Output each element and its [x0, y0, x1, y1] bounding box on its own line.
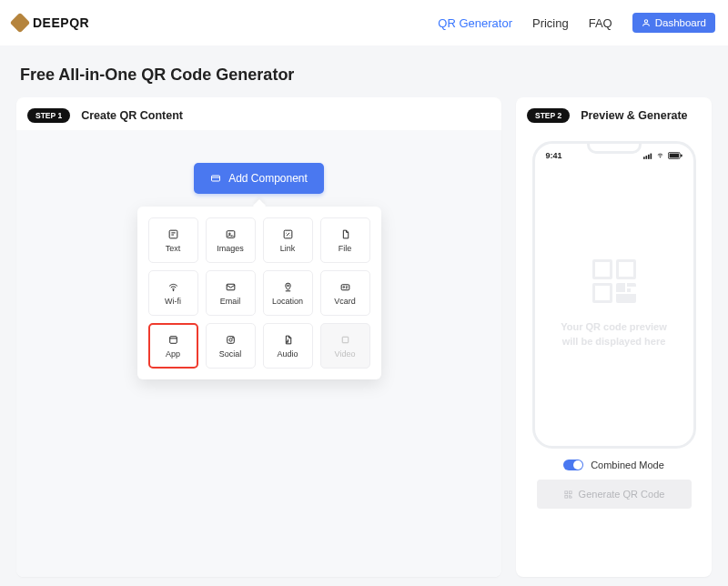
component-text-label: Text — [166, 244, 181, 253]
component-images[interactable]: Images — [206, 217, 256, 263]
brand-prefix: DEEP — [33, 15, 69, 30]
component-video-label: Video — [335, 349, 356, 359]
dashboard-button[interactable]: Dashboard — [632, 13, 715, 33]
svg-point-0 — [644, 20, 647, 23]
statusbar-icons — [643, 152, 682, 159]
panel-create-body: Add Component Text Images — [16, 130, 501, 577]
svg-rect-11 — [169, 336, 177, 343]
brand[interactable]: DEEPQR — [13, 15, 89, 30]
app-header: DEEPQR QR Generator Pricing FAQ Dashboar… — [0, 0, 728, 45]
add-component-button[interactable]: Add Component — [194, 163, 324, 194]
svg-rect-23 — [669, 154, 678, 158]
component-app-label: App — [166, 349, 180, 359]
location-icon — [282, 281, 294, 293]
component-video: Video — [320, 323, 370, 369]
panel-row: STEP 1 Create QR Content Add Component T… — [16, 97, 712, 577]
text-icon — [167, 228, 179, 240]
panel-create-title: Create QR Content — [81, 109, 183, 122]
svg-rect-9 — [341, 284, 349, 289]
link-icon — [282, 228, 294, 240]
statusbar-time: 9:41 — [546, 151, 562, 160]
component-wifi-label: Wi-fi — [165, 297, 181, 306]
svg-rect-26 — [569, 490, 571, 493]
component-vcard[interactable]: Vcard — [320, 270, 370, 316]
header-nav: QR Generator Pricing FAQ Dashboard — [438, 13, 715, 33]
panel-preview-body: 9:41 Your QR code previe — [516, 130, 712, 577]
audio-icon — [282, 334, 294, 346]
svg-rect-24 — [681, 154, 682, 157]
qr-preview-placeholder: Your QR code preview will be displayed h… — [535, 162, 693, 446]
component-vcard-label: Vcard — [334, 297, 356, 306]
qr-placeholder-icon — [592, 259, 636, 303]
component-audio[interactable]: Audio — [263, 323, 313, 369]
svg-point-15 — [287, 340, 288, 342]
qr-icon — [563, 490, 573, 500]
component-audio-label: Audio — [277, 349, 298, 359]
phone-notch — [587, 141, 642, 154]
svg-rect-16 — [342, 337, 349, 343]
svg-point-21 — [660, 157, 661, 157]
component-wifi[interactable]: Wi-fi — [148, 270, 198, 316]
svg-rect-18 — [645, 156, 647, 159]
email-icon — [225, 281, 237, 293]
nav-qr-generator[interactable]: QR Generator — [438, 16, 512, 30]
nav-pricing[interactable]: Pricing — [532, 16, 569, 30]
combined-mode-label: Combined Mode — [591, 460, 664, 470]
panel-create-head: STEP 1 Create QR Content — [16, 97, 501, 130]
phone-frame: 9:41 Your QR code previe — [532, 141, 696, 449]
component-picker: Text Images Link File — [137, 207, 381, 379]
wifi-icon — [167, 281, 179, 293]
step1-pill: STEP 1 — [27, 108, 70, 123]
component-grid: Text Images Link File — [148, 217, 370, 369]
svg-rect-25 — [564, 490, 567, 493]
component-images-label: Images — [217, 244, 244, 253]
social-icon — [225, 334, 237, 346]
component-location-label: Location — [272, 297, 303, 306]
svg-rect-2 — [169, 230, 177, 238]
step2-pill: STEP 2 — [527, 108, 570, 123]
component-text[interactable]: Text — [148, 217, 198, 263]
svg-point-10 — [343, 286, 345, 288]
svg-rect-27 — [564, 495, 567, 498]
nav-faq[interactable]: FAQ — [589, 16, 612, 30]
svg-rect-17 — [643, 157, 645, 159]
brand-text: DEEPQR — [33, 15, 89, 30]
svg-rect-20 — [650, 153, 652, 158]
qr-placeholder-line2: will be displayed here — [561, 334, 667, 349]
page-title: Free All-in-One QR Code Generator — [20, 66, 708, 85]
brand-suffix: QR — [69, 15, 89, 30]
panel-create: STEP 1 Create QR Content Add Component T… — [16, 97, 501, 577]
dashboard-button-label: Dashboard — [655, 17, 706, 28]
brand-logo-icon — [10, 13, 31, 34]
user-icon — [642, 18, 651, 27]
signal-icon — [643, 153, 652, 159]
generate-qr-label: Generate QR Code — [579, 489, 665, 500]
panel-preview: STEP 2 Preview & Generate 9:41 — [516, 97, 712, 577]
svg-point-8 — [287, 285, 288, 287]
wifi-status-icon — [655, 152, 665, 159]
component-email[interactable]: Email — [206, 270, 256, 316]
component-file[interactable]: File — [320, 217, 370, 263]
component-social[interactable]: Social — [206, 323, 256, 369]
component-location[interactable]: Location — [263, 270, 313, 316]
component-app[interactable]: App — [148, 323, 198, 369]
svg-rect-19 — [648, 154, 650, 158]
file-icon — [339, 228, 351, 240]
main-frame: Free All-in-One QR Code Generator STEP 1… — [0, 45, 728, 586]
svg-point-6 — [172, 289, 173, 290]
combined-mode-toggle[interactable] — [563, 460, 583, 470]
qr-placeholder-line1: Your QR code preview — [561, 319, 667, 335]
component-link[interactable]: Link — [263, 217, 313, 263]
qr-placeholder-text: Your QR code preview will be displayed h… — [551, 319, 676, 349]
card-plus-icon — [210, 173, 221, 184]
svg-point-13 — [228, 338, 231, 340]
svg-rect-1 — [212, 176, 220, 181]
panel-preview-title: Preview & Generate — [581, 109, 687, 122]
component-link-label: Link — [280, 244, 296, 253]
svg-point-14 — [232, 337, 233, 338]
add-component-label: Add Component — [228, 172, 308, 185]
combined-mode-row: Combined Mode — [563, 460, 664, 470]
component-file-label: File — [339, 244, 352, 253]
generate-qr-button[interactable]: Generate QR Code — [537, 480, 692, 509]
component-email-label: Email — [220, 297, 241, 306]
